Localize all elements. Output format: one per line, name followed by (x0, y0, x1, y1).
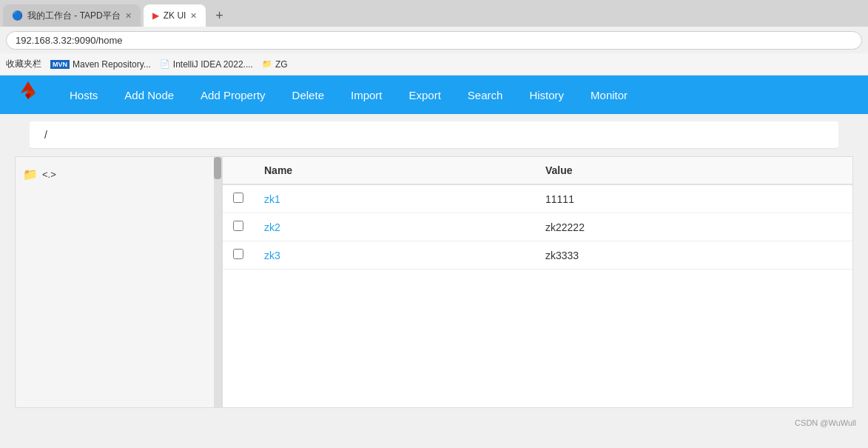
row-value-0: 11111 (535, 184, 852, 213)
row-checkbox-0[interactable] (223, 184, 254, 213)
new-tab-button[interactable]: + (209, 5, 229, 26)
breadcrumb: / (30, 121, 838, 149)
bookmark-intellij[interactable]: 📄 IntelliJ IDEA 2022.... (160, 59, 253, 70)
nav-history[interactable]: History (516, 76, 577, 114)
tree-scrollbar-thumb[interactable] (214, 157, 221, 179)
row-name-0: zk1 (254, 184, 535, 213)
nav-search[interactable]: Search (454, 76, 517, 114)
address-bar-row (0, 27, 868, 53)
nav-add-property[interactable]: Add Property (187, 76, 279, 114)
row-value-1: zk22222 (535, 213, 852, 241)
breadcrumb-container: / (15, 121, 853, 149)
row-checkbox-1[interactable] (223, 213, 254, 241)
nav-delete[interactable]: Delete (279, 76, 337, 114)
node-link-2[interactable]: zk3 (264, 250, 280, 261)
tree-content: 📁 <.> (16, 157, 221, 192)
browser-chrome: 🔵 我的工作台 - TAPD平台 ✕ ▶ ZK UI ✕ + 收藏夹栏 MVN … (0, 0, 868, 76)
row-value-2: zk3333 (535, 241, 852, 270)
table-row: zk1 11111 (223, 184, 852, 213)
bookmarks-bar: 收藏夹栏 MVN Maven Repository... 📄 IntelliJ … (0, 53, 868, 76)
bookmark-zg[interactable]: 📁 ZG (262, 59, 288, 70)
row-name-1: zk2 (254, 213, 535, 241)
tree-node-root-label: <.> (42, 169, 56, 180)
nav-export[interactable]: Export (395, 76, 454, 114)
logo-bird-icon (15, 78, 41, 105)
nav-add-node[interactable]: Add Node (111, 76, 187, 114)
checkbox-input-1[interactable] (233, 221, 243, 231)
table-row: zk2 zk22222 (223, 213, 852, 241)
tab-tapd-label: 我的工作台 - TAPD平台 (27, 10, 121, 22)
data-table: Name Value zk1 11111 zk2 zk22222 zk3 (223, 157, 852, 270)
folder-icon: 📁 (23, 167, 38, 181)
table-header-name: Name (254, 157, 535, 184)
address-bar-input[interactable] (6, 31, 862, 50)
row-name-2: zk3 (254, 241, 535, 270)
tab-bar: 🔵 我的工作台 - TAPD平台 ✕ ▶ ZK UI ✕ + (0, 0, 868, 27)
tab-tapd-close[interactable]: ✕ (125, 11, 132, 21)
breadcrumb-path: / (44, 129, 47, 141)
nav-hosts[interactable]: Hosts (56, 76, 111, 114)
footer-text: CSDN @WuWull (795, 418, 856, 427)
bookmark-maven[interactable]: MVN Maven Repository... (50, 59, 151, 70)
tab-zkui[interactable]: ▶ ZK UI ✕ (144, 4, 206, 27)
table-header-value: Value (535, 157, 852, 184)
checkbox-input-2[interactable] (233, 249, 243, 259)
page-footer: CSDN @WuWull (0, 415, 868, 430)
tab-zkui-close[interactable]: ✕ (190, 11, 197, 21)
tree-scrollbar[interactable] (214, 157, 221, 407)
tree-node-root[interactable]: 📁 <.> (23, 164, 214, 184)
app-logo (15, 78, 41, 111)
table-header-row: Name Value (223, 157, 852, 184)
tree-panel: 📁 <.> (15, 156, 222, 408)
tab-zkui-label: ZK UI (164, 10, 186, 21)
main-content: 📁 <.> Name Value zk1 111 (15, 156, 853, 408)
nav-monitor[interactable]: Monitor (577, 76, 641, 114)
table-row: zk3 zk3333 (223, 241, 852, 270)
app-navbar: Hosts Add Node Add Property Delete Impor… (0, 76, 868, 114)
checkbox-input-0[interactable] (233, 193, 243, 203)
bookmark-label: 收藏夹栏 (6, 58, 41, 70)
node-link-0[interactable]: zk1 (264, 193, 280, 205)
table-header-checkbox (223, 157, 254, 184)
node-link-1[interactable]: zk2 (264, 221, 280, 233)
row-checkbox-2[interactable] (223, 241, 254, 270)
tab-tapd[interactable]: 🔵 我的工作台 - TAPD平台 ✕ (3, 4, 141, 27)
table-panel: Name Value zk1 11111 zk2 zk22222 zk3 (222, 156, 853, 408)
nav-import[interactable]: Import (337, 76, 396, 114)
